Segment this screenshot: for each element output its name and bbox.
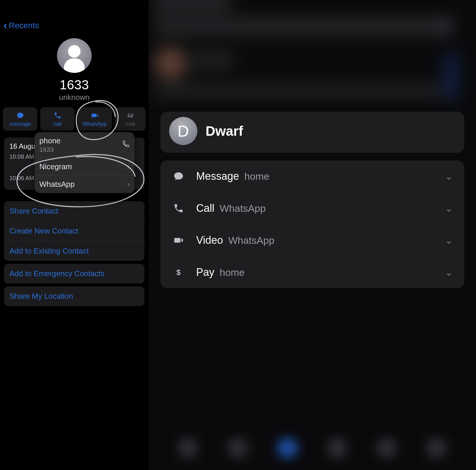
chevron-down-icon: ⌄	[445, 203, 453, 214]
contact-hero: 1633 unknown	[0, 38, 149, 102]
popup-phone-label: phone	[39, 136, 60, 145]
avatar-initial: D	[169, 117, 197, 145]
popup-phone-number: 1633	[39, 146, 60, 154]
message-label: message	[9, 121, 31, 127]
menu-sub: WhatsApp	[220, 203, 266, 214]
popup-item-label: Nicegram	[39, 162, 72, 171]
contact-actions-menu: Message home ⌄ Call WhatsApp ⌄	[160, 160, 464, 288]
menu-sub: home	[220, 267, 245, 278]
popup-item-label: WhatsApp	[39, 180, 75, 189]
call-options-popup: phone 1633 Nicegram › WhatsApp ›	[35, 132, 134, 193]
contact-header-card: D Dwarf	[160, 112, 464, 153]
chevron-right-icon: ›	[127, 180, 130, 189]
message-icon	[172, 170, 185, 183]
menu-title: Message	[196, 170, 239, 182]
mail-icon	[126, 111, 135, 120]
chevron-down-icon: ⌄	[445, 235, 453, 246]
menu-title: Video	[196, 234, 223, 246]
menu-title: Pay	[196, 266, 214, 278]
phone-outline-icon	[122, 140, 130, 150]
menu-row-call[interactable]: Call WhatsApp ⌄	[160, 192, 464, 224]
message-tile[interactable]: message	[3, 107, 37, 131]
menu-sub: WhatsApp	[228, 235, 274, 246]
menu-row-message[interactable]: Message home ⌄	[160, 160, 464, 192]
popup-item-nicegram[interactable]: Nicegram ›	[35, 158, 134, 176]
action-row: message call WhatsApp mail	[0, 102, 149, 134]
svg-point-0	[68, 45, 80, 58]
add-existing-contact[interactable]: Add to Existing Contact	[4, 241, 144, 261]
share-my-location[interactable]: Share My Location	[4, 286, 144, 306]
chevron-right-icon: ›	[127, 162, 130, 171]
menu-title: Call	[196, 202, 214, 214]
chevron-down-icon: ⌄	[445, 267, 453, 278]
chevron-left-icon: ‹	[4, 20, 7, 31]
call-tile[interactable]: call	[40, 107, 75, 131]
video-icon	[172, 234, 185, 247]
phone-icon	[53, 111, 62, 120]
whatsapp-tile[interactable]: WhatsApp	[78, 107, 112, 131]
popup-item-whatsapp[interactable]: WhatsApp ›	[35, 176, 134, 193]
contact-name: Dwarf	[206, 123, 243, 139]
call-label: call	[53, 121, 61, 127]
menu-row-pay[interactable]: $ Pay home ⌄	[160, 256, 464, 288]
contact-subtitle: unknown	[59, 93, 90, 102]
mail-label: mail	[125, 121, 135, 127]
contact-actions-group-3: Share My Location	[4, 286, 144, 306]
menu-sub: home	[244, 171, 269, 182]
chevron-down-icon: ⌄	[445, 171, 453, 182]
contact-name: 1633	[60, 78, 89, 92]
blurred-dock	[149, 426, 476, 470]
mail-tile: mail	[115, 107, 146, 131]
share-contact[interactable]: Share Contact	[4, 201, 144, 221]
avatar-placeholder-icon	[57, 38, 92, 73]
right-pane: D Dwarf Message home ⌄ Call W	[149, 0, 476, 470]
menu-row-video[interactable]: Video WhatsApp ⌄	[160, 224, 464, 256]
contact-actions-group-2: Add to Emergency Contacts	[4, 264, 144, 283]
create-new-contact[interactable]: Create New Contact	[4, 221, 144, 241]
dollar-icon: $	[172, 266, 185, 279]
phone-icon	[172, 202, 185, 215]
contact-actions-group-1: Share Contact Create New Contact Add to …	[4, 201, 144, 261]
left-pane: ‹ Recents 1633 unknown message call What…	[0, 0, 149, 470]
add-emergency-contacts[interactable]: Add to Emergency Contacts	[4, 264, 144, 283]
whatsapp-label: WhatsApp	[83, 121, 107, 127]
popup-phone-row[interactable]: phone 1633	[35, 132, 134, 158]
back-label: Recents	[9, 21, 39, 30]
message-icon	[16, 111, 25, 120]
svg-text:$: $	[176, 268, 181, 276]
video-icon	[90, 111, 99, 120]
